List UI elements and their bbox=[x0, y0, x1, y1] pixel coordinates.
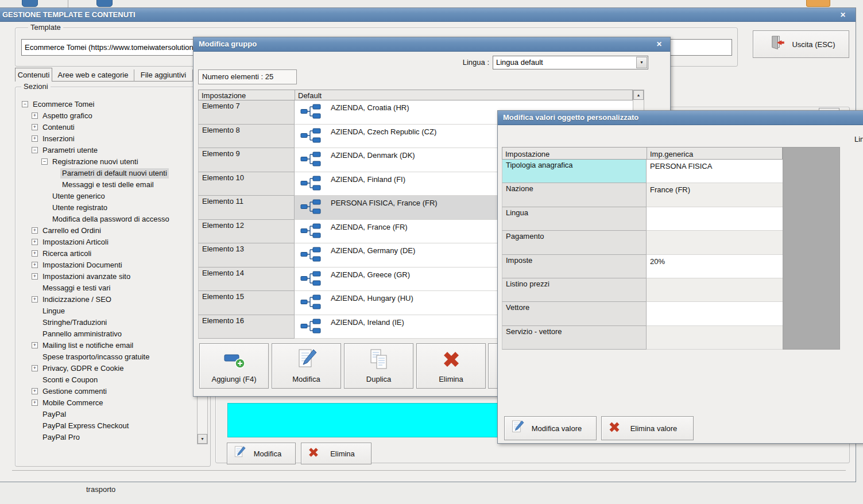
expand-icon[interactable]: + bbox=[32, 342, 38, 348]
table-row[interactable]: Pagamento bbox=[502, 231, 783, 254]
tree-item-impostazioni-avanzate-sito[interactable]: +Impostazioni avanzate sito bbox=[16, 271, 196, 282]
row-name-cell[interactable]: Elemento 13 bbox=[198, 243, 295, 267]
modifica-button[interactable]: Modifica bbox=[227, 443, 296, 464]
tree-item-messaggi-e-testi-delle-email[interactable]: Messaggi e testi delle email bbox=[16, 179, 196, 191]
row-name-cell[interactable]: Elemento 10 bbox=[198, 172, 295, 196]
table-row[interactable]: Servizio - vettore bbox=[502, 326, 783, 350]
tab-file-aggiuntivi[interactable]: File aggiuntivi bbox=[134, 69, 193, 82]
tree-item-spese-trasporto-incasso-gratuite[interactable]: Spese trasporto/incasso gratuite bbox=[16, 351, 196, 363]
expand-icon[interactable]: + bbox=[32, 365, 38, 371]
tree-item-privacy-gdpr-e-cookie[interactable]: +Privacy, GDPR e Cookie bbox=[16, 363, 196, 374]
tree-item-gestione-commenti[interactable]: +Gestione commenti bbox=[16, 386, 196, 397]
tree-item-messaggi-e-testi-vari[interactable]: Messaggi e testi vari bbox=[16, 282, 196, 294]
row-name-cell[interactable]: Elemento 14 bbox=[198, 267, 295, 292]
row-name-cell[interactable]: Elemento 7 bbox=[198, 100, 295, 125]
exit-button[interactable]: Uscita (ESC) bbox=[753, 30, 849, 58]
tree-item-utente-generico[interactable]: Utente generico bbox=[16, 191, 196, 202]
lingua-combobox[interactable]: Lingua default ▼ bbox=[493, 56, 648, 69]
row-value-cell[interactable] bbox=[647, 278, 783, 302]
row-name-cell[interactable]: Tipologia anagrafica bbox=[502, 160, 647, 183]
column-header[interactable]: Default bbox=[295, 90, 633, 100]
collapse-icon[interactable]: − bbox=[32, 147, 38, 153]
row-value-cell[interactable]: 20% bbox=[647, 255, 783, 278]
tree-item-impostazioni-articoli[interactable]: +Impostazioni Articoli bbox=[16, 237, 196, 248]
duplica-button[interactable]: Duplica bbox=[344, 343, 413, 389]
row-name-cell[interactable]: Nazione bbox=[502, 183, 647, 207]
table-row[interactable]: Tipologia anagraficaPERSONA FISICA bbox=[502, 160, 783, 183]
expand-icon[interactable]: + bbox=[32, 113, 38, 119]
row-value-cell[interactable]: France (FR) bbox=[647, 183, 783, 207]
row-name-cell[interactable]: Pagamento bbox=[502, 231, 647, 254]
expand-icon[interactable]: + bbox=[32, 296, 38, 303]
row-name-cell[interactable]: Elemento 15 bbox=[198, 291, 295, 315]
collapse-icon[interactable]: − bbox=[22, 101, 28, 107]
tree-item-aspetto-grafico[interactable]: +Aspetto grafico bbox=[16, 110, 196, 122]
table-row[interactable]: Lingua bbox=[502, 207, 783, 231]
main-window-close-icon[interactable]: ✕ bbox=[837, 10, 849, 20]
row-name-cell[interactable]: Listino prezzi bbox=[502, 278, 647, 302]
tree-item-inserzioni[interactable]: +Inserzioni bbox=[16, 133, 196, 145]
row-name-cell[interactable]: Servizio - vettore bbox=[502, 326, 647, 350]
expand-icon[interactable]: + bbox=[32, 227, 38, 234]
expand-icon[interactable]: + bbox=[32, 262, 38, 268]
column-header[interactable]: Imp.generica bbox=[647, 148, 783, 159]
expand-icon[interactable]: + bbox=[32, 388, 38, 394]
row-value-cell[interactable] bbox=[647, 207, 783, 231]
row-value-cell[interactable]: PERSONA FISICA bbox=[647, 160, 783, 183]
row-name-cell[interactable]: Elemento 8 bbox=[198, 125, 295, 149]
chevron-down-icon[interactable]: ▼ bbox=[636, 57, 647, 68]
row-name-cell[interactable]: Elemento 11 bbox=[198, 196, 295, 220]
row-name-cell[interactable]: Vettore bbox=[502, 302, 647, 325]
row-name-cell[interactable]: Elemento 16 bbox=[198, 315, 295, 339]
expand-icon[interactable]: + bbox=[32, 239, 38, 245]
elimina-button[interactable]: Elimina bbox=[301, 443, 371, 464]
tree-item-ecommerce-tomei[interactable]: −Ecommerce Tomei bbox=[16, 99, 196, 110]
tree-item-sconti-e-coupon[interactable]: Sconti e Coupon bbox=[16, 374, 196, 386]
row-name-cell[interactable]: Lingua bbox=[502, 207, 647, 231]
expand-icon[interactable]: + bbox=[32, 135, 38, 142]
tree-item-paypal-express-checkout[interactable]: PayPal Express Checkout bbox=[16, 420, 196, 432]
tab-contenuti[interactable]: Contenuti bbox=[15, 68, 52, 82]
tree-item-mobile-commerce[interactable]: +Mobile Commerce bbox=[16, 397, 196, 409]
dialog1-close-icon[interactable]: ✕ bbox=[653, 39, 665, 49]
tree-item-carrello-ed-ordini[interactable]: +Carrello ed Ordini bbox=[16, 225, 196, 237]
modifica-valore-button[interactable]: Modifica valore bbox=[504, 416, 597, 440]
expand-icon[interactable]: + bbox=[32, 400, 38, 406]
table-row[interactable]: Imposte20% bbox=[502, 255, 783, 278]
tree-item-stringhe-traduzioni[interactable]: Stringhe/Traduzioni bbox=[16, 317, 196, 328]
tree-item-paypal[interactable]: PayPal bbox=[16, 409, 196, 420]
scroll-up-icon[interactable]: ▲ bbox=[633, 90, 644, 100]
tree-item-ricerca-articoli[interactable]: +Ricerca articoli bbox=[16, 248, 196, 259]
tree-item-contenuti[interactable]: +Contenuti bbox=[16, 122, 196, 133]
row-value-cell[interactable] bbox=[647, 302, 783, 325]
row-name-cell[interactable]: Imposte bbox=[502, 255, 647, 278]
tree-item-registrazione-nuovi-utenti[interactable]: −Registrazione nuovi utenti bbox=[16, 156, 196, 168]
tree-item-pannello-amministrativo[interactable]: Pannello amministrativo bbox=[16, 328, 196, 340]
table-row[interactable]: NazioneFrance (FR) bbox=[502, 183, 783, 207]
expand-icon[interactable]: + bbox=[32, 273, 38, 280]
column-header[interactable]: Impostazione bbox=[199, 90, 295, 100]
tree-item-lingue[interactable]: Lingue bbox=[16, 305, 196, 317]
tree-item-mailing-list-e-notifiche-email[interactable]: +Mailing list e notifiche email bbox=[16, 340, 196, 351]
tree-item-parametri-di-default-nuovi-utenti[interactable]: Parametri di default nuovi utenti bbox=[16, 168, 196, 179]
row-value-cell[interactable] bbox=[647, 326, 783, 350]
modifica-button[interactable]: Modifica bbox=[272, 343, 341, 389]
aggiungi-f4-button[interactable]: Aggiungi (F4) bbox=[199, 343, 269, 389]
scroll-down-icon[interactable]: ▼ bbox=[198, 434, 207, 444]
tree-item-parametri-utente[interactable]: −Parametri utente bbox=[16, 145, 196, 156]
collapse-icon[interactable]: − bbox=[41, 158, 48, 165]
expand-icon[interactable]: + bbox=[32, 250, 38, 257]
tab-aree-web-e-categorie[interactable]: Aree web e categorie bbox=[52, 69, 134, 82]
row-name-cell[interactable]: Elemento 9 bbox=[198, 148, 295, 172]
tree-item-utente-registrato[interactable]: Utente registrato bbox=[16, 202, 196, 214]
tree-item-impostazioni-documenti[interactable]: +Impostazioni Documenti bbox=[16, 259, 196, 271]
elimina-button[interactable]: Elimina bbox=[416, 343, 486, 389]
column-header[interactable]: Impostazione bbox=[502, 148, 647, 159]
table-row[interactable]: Listino prezzi bbox=[502, 278, 783, 302]
row-name-cell[interactable]: Elemento 12 bbox=[198, 220, 295, 244]
tree-item-paypal-pro[interactable]: PayPal Pro bbox=[16, 432, 196, 443]
expand-icon[interactable]: + bbox=[32, 124, 38, 130]
tree-item-modifica-della-password-di-accesso[interactable]: Modifica della password di accesso bbox=[16, 214, 196, 225]
elimina-valore-button[interactable]: Elimina valore bbox=[601, 416, 694, 440]
table-row[interactable]: Vettore bbox=[502, 302, 783, 325]
